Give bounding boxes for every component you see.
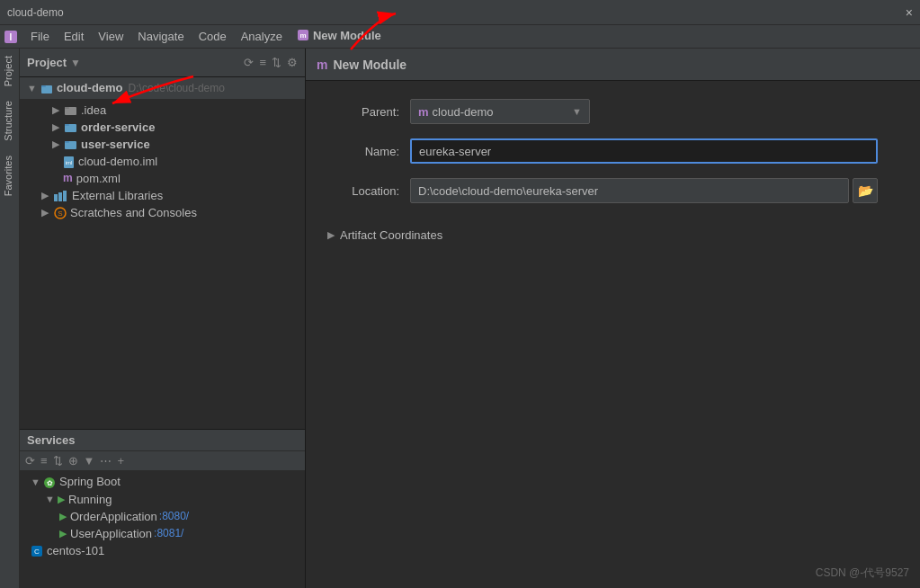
- user-run-icon: ▶: [59, 528, 67, 539]
- menu-bar: I File Edit View Navigate Code Analyze m…: [0, 25, 920, 49]
- order-app-port[interactable]: :8080/: [159, 510, 189, 522]
- svc-centos[interactable]: C centos-101: [20, 542, 305, 560]
- iml-icon: iml: [63, 155, 75, 168]
- svc-expand-icon[interactable]: ⇅: [53, 454, 63, 468]
- title-bar: cloud-demo ×: [0, 0, 920, 25]
- order-folder-icon: [65, 120, 77, 134]
- menu-code[interactable]: Code: [192, 28, 234, 45]
- panel-title-text: Project: [27, 56, 67, 69]
- svg-rect-7: [65, 107, 69, 109]
- parent-dropdown[interactable]: m cloud-demo ▼: [410, 99, 878, 124]
- idea-folder-icon: [65, 103, 77, 117]
- location-label: Location:: [327, 184, 399, 198]
- svg-rect-15: [58, 192, 62, 201]
- name-row: Name:: [327, 138, 898, 164]
- settings-icon[interactable]: ⚙: [287, 56, 298, 69]
- svc-refresh-icon[interactable]: ⟳: [25, 454, 35, 468]
- panel-header: Project ▼ ⟳ ≡ ⇅ ⚙: [20, 49, 305, 77]
- user-app-label: UserApplication: [70, 527, 152, 540]
- close-button[interactable]: ×: [906, 5, 913, 20]
- svc-user-app[interactable]: ▶ UserApplication :8081/: [20, 525, 305, 542]
- app-icon: I: [4, 30, 18, 44]
- user-folder-icon: [65, 138, 77, 151]
- order-label: order-service: [81, 120, 155, 134]
- tree-item-iml[interactable]: iml cloud-demo.iml: [20, 153, 305, 170]
- idea-chevron: ▶: [52, 104, 63, 116]
- panel-header-icons: ⟳ ≡ ⇅ ⚙: [244, 56, 298, 69]
- name-control: [410, 138, 878, 164]
- svc-add-icon[interactable]: ⊕: [68, 454, 78, 468]
- project-root-name[interactable]: cloud-demo: [57, 81, 123, 94]
- svg-rect-9: [65, 124, 69, 126]
- services-title: Services: [27, 433, 76, 447]
- parent-value: cloud-demo: [433, 105, 573, 119]
- services-tree: ▼ ✿ Spring Boot ▼ ▶ Running: [20, 471, 305, 588]
- svc-spring-boot[interactable]: ▼ ✿ Spring Boot: [20, 473, 305, 491]
- location-control: 📂: [410, 178, 878, 203]
- artifact-header[interactable]: ▶ Artifact Coordinates: [327, 225, 898, 245]
- tree-item-idea[interactable]: ▶ .idea: [20, 102, 305, 119]
- scratches-label: Scratches and Consoles: [70, 206, 197, 219]
- user-app-port[interactable]: :8081/: [154, 527, 183, 539]
- panel-header-title: Project ▼: [27, 56, 244, 69]
- project-root-header: ▼ cloud-demo D:\code\cloud-demo: [20, 77, 305, 100]
- root-chevron[interactable]: ▼: [27, 83, 37, 94]
- collapse-icon[interactable]: ≡: [259, 56, 266, 69]
- menu-new-module[interactable]: m New Module: [290, 27, 389, 47]
- menu-analyze[interactable]: Analyze: [234, 28, 290, 45]
- structure-tab[interactable]: Structure: [0, 94, 19, 148]
- svc-filter-icon[interactable]: ▼: [84, 454, 95, 468]
- services-header: Services: [20, 430, 305, 451]
- menu-file[interactable]: File: [23, 28, 57, 45]
- svc-more-icon[interactable]: ⋯: [100, 454, 112, 468]
- menu-edit[interactable]: Edit: [57, 28, 91, 45]
- name-input[interactable]: [410, 138, 878, 164]
- user-chevron: ▶: [52, 138, 63, 150]
- iml-label: cloud-demo.iml: [78, 155, 157, 168]
- svg-rect-16: [63, 191, 67, 201]
- expand-icon[interactable]: ⇅: [272, 56, 281, 69]
- svg-text:S: S: [58, 209, 62, 218]
- svg-rect-14: [54, 194, 58, 201]
- project-panel: Project ▼ ⟳ ≡ ⇅ ⚙ ▼ cloud-demo D:\code\c…: [20, 49, 306, 588]
- browse-button[interactable]: 📂: [853, 178, 878, 203]
- main-layout: Project Structure Favorites Project ▼ ⟳ …: [0, 49, 920, 588]
- running-chevron: ▼: [45, 494, 56, 504]
- svc-plus-icon[interactable]: +: [117, 454, 124, 468]
- tree-item-order-service[interactable]: ▶ order-service: [20, 119, 305, 136]
- tree-item-scratches[interactable]: ▶ S Scratches and Consoles: [20, 204, 305, 222]
- user-label: user-service: [81, 138, 150, 151]
- svc-running[interactable]: ▼ ▶ Running: [20, 491, 305, 508]
- location-row: Location: 📂: [327, 178, 898, 203]
- tree-item-ext-libs[interactable]: ▶ External Libraries: [20, 187, 305, 204]
- sync-icon[interactable]: ⟳: [244, 56, 254, 69]
- panel-dropdown-arrow[interactable]: ▼: [70, 57, 81, 69]
- svg-text:C: C: [34, 548, 40, 556]
- artifact-chevron-icon: ▶: [327, 229, 335, 241]
- menu-view[interactable]: View: [91, 28, 130, 45]
- parent-select[interactable]: m cloud-demo ▼: [410, 99, 590, 124]
- app-title: cloud-demo: [7, 6, 906, 19]
- dialog-title-bar: m New Module: [306, 49, 920, 81]
- project-tree: ▶ .idea ▶ ord: [20, 100, 305, 429]
- favorites-tab[interactable]: Favorites: [0, 148, 19, 203]
- menu-navigate[interactable]: Navigate: [130, 28, 191, 45]
- svg-rect-5: [41, 85, 46, 87]
- svc-order-app[interactable]: ▶ OrderApplication :8080/: [20, 508, 305, 525]
- tree-item-pom[interactable]: m pom.xml: [20, 170, 305, 187]
- idea-label: .idea: [81, 103, 106, 117]
- ext-libs-chevron: ▶: [41, 190, 52, 201]
- order-run-icon: ▶: [59, 511, 67, 522]
- tree-item-user-service[interactable]: ▶ user-service: [20, 136, 305, 153]
- svc-collapse-icon[interactable]: ≡: [40, 454, 48, 468]
- spring-boot-label: Spring Boot: [59, 475, 121, 488]
- pom-label: pom.xml: [76, 172, 121, 185]
- svg-text:I: I: [10, 32, 13, 42]
- location-input[interactable]: [410, 178, 849, 203]
- artifact-title: Artifact Coordinates: [340, 228, 442, 242]
- spring-boot-chevron: ▼: [31, 477, 41, 487]
- dialog-panel: m New Module Parent: m cloud-demo ▼ Name…: [306, 49, 920, 588]
- services-section: Services ⟳ ≡ ⇅ ⊕ ▼ ⋯ + ▼: [20, 429, 305, 588]
- project-tab[interactable]: Project: [0, 49, 19, 94]
- parent-m-icon: m: [418, 105, 429, 119]
